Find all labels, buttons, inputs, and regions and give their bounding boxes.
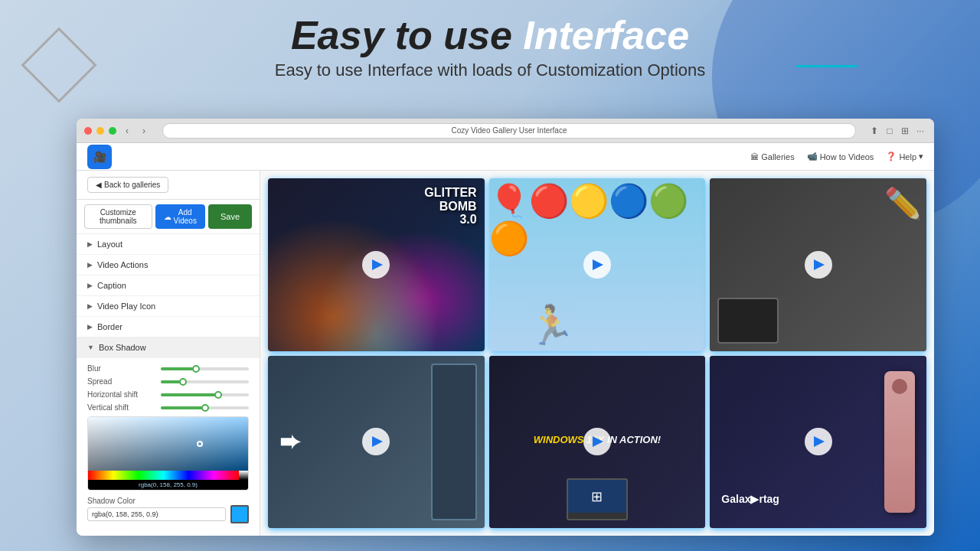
color-gradient-inner	[88, 417, 248, 471]
app-navbar: 🎥 🏛 Galleries 📹 How to Videos ❓ Help ▾	[77, 143, 934, 171]
shadow-color-row	[87, 505, 249, 523]
video-thumb-4[interactable]: ➨	[268, 356, 485, 529]
content-toolbar: ◀ Back to galleries	[77, 171, 260, 200]
url-text: Cozy Video Gallery User Interface	[452, 126, 567, 135]
nav-help[interactable]: ❓ Help ▾	[886, 152, 923, 161]
customize-thumbnails-button[interactable]: Customize thumbnails	[84, 204, 152, 229]
play-icon-1	[372, 259, 383, 270]
horizontal-shift-slider-fill	[161, 393, 218, 396]
sidebar-item-label: Video Play Icon	[97, 302, 155, 311]
video-grid: GLITTERBOMB3.0 🎈🔴🟡🔵🟢🟠 🏃	[260, 171, 934, 536]
play-icon-4	[372, 436, 383, 447]
chevron-icon: ▶	[87, 323, 93, 331]
hero-title: Easy to use Interface	[0, 14, 980, 57]
save-button-toolbar[interactable]: Save	[208, 204, 252, 229]
play-button-3[interactable]	[805, 251, 832, 279]
traffic-light-red[interactable]	[84, 127, 92, 135]
play-icon-3	[814, 259, 825, 270]
browser-more-btn[interactable]: ···	[914, 125, 926, 137]
sidebar-item-box-shadow[interactable]: ▼ Box Shadow	[77, 337, 260, 358]
chevron-icon: ▶	[87, 261, 93, 269]
color-value-display: rgba(0, 158, 255, 0.9)	[88, 480, 248, 490]
hero-subtitle: Easy to use Interface with loads of Cust…	[0, 60, 980, 80]
play-button-4[interactable]	[362, 428, 390, 455]
shadow-color-input[interactable]	[87, 507, 226, 521]
traffic-light-yellow[interactable]	[96, 127, 104, 135]
sidebar-item-layout[interactable]: ▶ Layout	[77, 234, 260, 255]
play-button-6[interactable]	[805, 428, 832, 455]
sidebar-item-video-play-icon[interactable]: ▶ Video Play Icon	[77, 296, 260, 317]
browser-bookmark-btn[interactable]: □	[884, 125, 896, 137]
sidebar-item-caption[interactable]: ▶ Caption	[77, 276, 260, 296]
video-thumb-6[interactable]: Galax▶rtag	[710, 356, 926, 529]
hero-title-easy: Easy to use	[291, 13, 523, 57]
hue-bar[interactable]	[88, 471, 239, 480]
add-videos-button[interactable]: ☁ Add Videos	[155, 204, 205, 229]
horizontal-shift-slider-row: Horizontal shift	[87, 390, 249, 399]
spread-slider-thumb[interactable]	[179, 378, 187, 386]
sidebar-item-label: Border	[97, 322, 122, 331]
sidebar-item-label: Video Actions	[97, 260, 148, 269]
chevron-down-icon: ▼	[87, 344, 94, 351]
sidebar-item-video-actions[interactable]: ▶ Video Actions	[77, 255, 260, 276]
play-icon-6	[814, 436, 825, 447]
spread-label: Spread	[87, 377, 156, 386]
vertical-shift-slider-thumb[interactable]	[201, 404, 209, 412]
play-button-1[interactable]	[362, 251, 390, 279]
blur-slider-thumb[interactable]	[192, 365, 200, 373]
play-icon-5	[593, 436, 603, 447]
play-button-5[interactable]	[583, 428, 611, 455]
traffic-light-green[interactable]	[109, 127, 116, 135]
browser-share-btn[interactable]: ⬆	[868, 125, 880, 137]
blur-slider-row: Blur	[87, 364, 249, 373]
video-overlay-4	[268, 356, 485, 529]
nav-how-to-videos[interactable]: 📹 How to Videos	[807, 152, 874, 161]
spread-slider-track[interactable]	[161, 380, 249, 383]
url-bar[interactable]: Cozy Video Gallery User Interface	[162, 123, 856, 139]
hero-title-interface: Interface	[523, 13, 689, 57]
video-thumb-3[interactable]: ✏️	[710, 178, 926, 351]
color-picker[interactable]: rgba(0, 158, 255, 0.9)	[87, 416, 249, 491]
sidebar: ◀ Back to galleries Customize thumbnails…	[77, 171, 260, 536]
video-overlay-2	[489, 178, 706, 351]
sidebar-item-label: Layout	[97, 240, 122, 249]
play-button-2[interactable]	[583, 251, 611, 279]
blur-label: Blur	[87, 364, 156, 373]
shadow-color-swatch[interactable]	[230, 505, 249, 523]
browser-actions: ⬆ □ ⊞ ···	[868, 125, 926, 137]
chevron-icon: ▶	[87, 282, 93, 289]
video-thumb-1[interactable]: GLITTERBOMB3.0	[268, 178, 485, 351]
vertical-shift-slider-fill	[161, 406, 205, 409]
play-icon-2	[593, 259, 603, 270]
video-overlay-5	[489, 356, 706, 529]
browser-body: ◀ Back to galleries Customize thumbnails…	[77, 171, 934, 536]
nav-galleries[interactable]: 🏛 Galleries	[750, 152, 794, 161]
chevron-icon: ▶	[87, 240, 93, 248]
browser-back-btn[interactable]: ‹	[121, 125, 133, 137]
video-thumb-5[interactable]: WINDOWS 10X IN ACTION! ⊞	[489, 356, 706, 529]
color-cursor[interactable]	[197, 441, 203, 447]
spread-slider-row: Spread	[87, 377, 249, 386]
nav-links: 🏛 Galleries 📹 How to Videos ❓ Help ▾	[750, 152, 923, 161]
video-thumb-2[interactable]: 🎈🔴🟡🔵🟢🟠 🏃	[489, 178, 706, 351]
vertical-shift-label: Vertical shift	[87, 403, 156, 412]
sidebar-item-border[interactable]: ▶ Border	[77, 317, 260, 337]
horizontal-shift-slider-track[interactable]	[161, 393, 249, 396]
alpha-bar[interactable]	[239, 471, 248, 480]
video-overlay-3	[710, 178, 926, 351]
back-to-galleries-button[interactable]: ◀ Back to galleries	[87, 177, 168, 193]
color-gradient-area[interactable]	[88, 417, 248, 471]
browser-forward-btn[interactable]: ›	[138, 125, 150, 137]
browser-chrome: ‹ › Cozy Video Gallery User Interface ⬆ …	[77, 119, 934, 143]
browser-tab-btn[interactable]: ⊞	[899, 125, 911, 137]
browser-window: ‹ › Cozy Video Gallery User Interface ⬆ …	[77, 119, 934, 536]
vertical-shift-slider-row: Vertical shift	[87, 403, 249, 412]
sidebar-item-label: Box Shadow	[99, 343, 146, 352]
shadow-color-label: Shadow Color	[87, 497, 249, 505]
horizontal-shift-slider-thumb[interactable]	[214, 391, 222, 399]
main-content: GLITTERBOMB3.0 🎈🔴🟡🔵🟢🟠 🏃	[260, 171, 934, 536]
chevron-icon: ▶	[87, 302, 93, 310]
blur-slider-track[interactable]	[161, 367, 249, 370]
hero-underline-decoration	[796, 65, 858, 67]
vertical-shift-slider-track[interactable]	[161, 406, 249, 409]
